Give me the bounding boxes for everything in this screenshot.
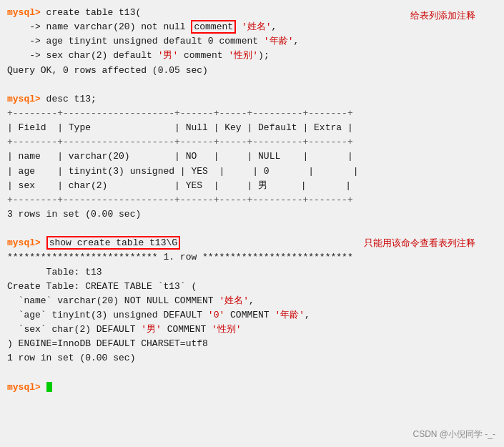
prompt-1: mysql> <box>7 7 41 18</box>
line-rows-set-2: 1 row in set (0.00 sec) <box>7 351 497 365</box>
terminal-content: mysql> create table t13( -> name varchar… <box>7 6 497 395</box>
comment-keyword: comment <box>191 20 236 34</box>
watermark: CSDN @小倪同学 -_- <box>412 428 495 441</box>
line-create-age: `age` tinyint(3) unsigned DEFAULT '0' CO… <box>7 308 497 323</box>
table-row-name: | name | varchar(20) | NO | | NULL | | <box>7 149 497 164</box>
line-create-sex: `sex` char(2) DEFAULT '男' COMMENT '性别' <box>7 323 497 337</box>
blank-3 <box>7 366 497 380</box>
line-rows-set-1: 3 rows in set (0.00 sec) <box>7 207 497 222</box>
blank-1 <box>7 78 497 92</box>
line-create-table-4: -> sex char(2) default '男' comment '性别')… <box>7 49 497 63</box>
prompt-2: mysql> <box>7 94 41 104</box>
prompt-3: mysql> <box>7 237 41 248</box>
show-create-cmd: show create table t13\G <box>46 236 180 250</box>
annotation-add-comment: 给表列添加注释 <box>410 9 475 23</box>
line-row-separator: *************************** 1. row *****… <box>7 250 497 265</box>
table-header: | Field | Type | Null | Key | Default | … <box>7 121 497 135</box>
line-engine: ) ENGINE=InnoDB DEFAULT CHARSET=utf8 <box>7 337 497 351</box>
table-border-2: +--------+--------------------+------+--… <box>7 135 497 149</box>
line-create-name: `name` varchar(20) NOT NULL COMMENT '姓名'… <box>7 294 497 308</box>
line-query-ok-1: Query OK, 0 rows affected (0.05 sec) <box>7 64 497 78</box>
line-final-prompt: mysql> <box>7 380 497 395</box>
table-border-3: +--------+--------------------+------+--… <box>7 193 497 207</box>
table-row-age: | age | tinyint(3) unsigned | YES | | 0 … <box>7 164 497 179</box>
terminal-window: 给表列添加注释 只能用该命令查看表列注释 mysql> create table… <box>0 0 504 447</box>
line-table-name: Table: t13 <box>7 265 497 280</box>
line-desc-cmd: mysql> desc t13; <box>7 92 497 107</box>
table-row-sex: | sex | char(2) | YES | | 男 | | <box>7 179 497 193</box>
prompt-4: mysql> <box>7 382 41 393</box>
annotation-show-comment: 只能用该命令查看表列注释 <box>364 236 475 250</box>
line-create-table-3: -> age tinyint unsigned default 0 commen… <box>7 34 497 49</box>
blank-2 <box>7 222 497 236</box>
cursor <box>46 382 52 392</box>
line-create-table-header: Create Table: CREATE TABLE `t13` ( <box>7 280 497 294</box>
table-border-1: +--------+--------------------+------+--… <box>7 107 497 121</box>
